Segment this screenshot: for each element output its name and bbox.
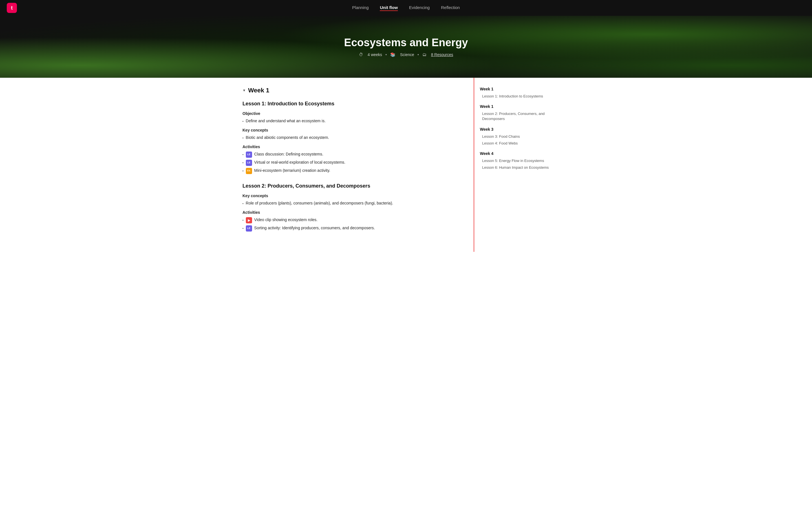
tab-unit-flow[interactable]: Unit flow xyxy=(380,5,398,11)
sidebar-lesson-4[interactable]: Lesson 4: Food Webs xyxy=(480,140,553,147)
lesson-2-key-concepts-label: Key concepts xyxy=(243,193,465,198)
lesson-2-activities-label: Activities xyxy=(243,210,465,215)
nav-tab-list: Planning Unit flow Evidencing Reflection xyxy=(352,5,460,11)
video-badge: ▶ xyxy=(246,217,252,223)
week-1-title: Week 1 xyxy=(248,87,269,94)
main-layout: ▼ Week 1 Lesson 1: Introduction to Ecosy… xyxy=(237,78,575,252)
lesson-2: Lesson 2: Producers, Consumers, and Deco… xyxy=(243,183,465,231)
lesson-2-key-concepts-list: Role of producers (plants), consumers (a… xyxy=(243,200,465,206)
sidebar-lesson-1[interactable]: Lesson 1: Introduction to Ecosystems xyxy=(480,93,553,100)
sidebar-week-4: Week 4 xyxy=(480,151,553,156)
main-nav: t Planning Unit flow Evidencing Reflecti… xyxy=(0,0,812,16)
resources-link[interactable]: 8 Resources xyxy=(431,52,453,57)
list-item: LE Class discussion: Defining ecosystems… xyxy=(243,151,465,158)
sidebar-lesson-5[interactable]: Lesson 5: Energy Flow in Ecosystems xyxy=(480,158,553,164)
lesson-1-activities-label: Activities xyxy=(243,145,465,149)
sidebar-lesson-6[interactable]: Lesson 6: Human Impact on Ecosystems xyxy=(480,164,553,171)
sidebar-lesson-2[interactable]: Lesson 2: Producers, Consumers, and Deco… xyxy=(480,110,553,122)
list-item: LE Virtual or real-world exploration of … xyxy=(243,159,465,166)
le-badge: LE xyxy=(246,160,252,166)
lesson-1-objective-label: Objective xyxy=(243,111,465,116)
lesson-1: Lesson 1: Introduction to Ecosystems Obj… xyxy=(243,101,465,174)
lesson-1-activities-list: LE Class discussion: Defining ecosystems… xyxy=(243,151,465,174)
lesson-1-title: Lesson 1: Introduction to Ecosystems xyxy=(243,101,465,107)
week-1-header: ▼ Week 1 xyxy=(243,87,465,94)
hero-meta: ⏱ 4 weeks • 📚 Science • 🗂 8 Resources xyxy=(344,52,468,57)
tab-evidencing[interactable]: Evidencing xyxy=(409,5,430,11)
sidebar-week-1a: Week 1 xyxy=(480,87,553,91)
hero-banner: Ecosystems and Energy ⏱ 4 weeks • 📚 Scie… xyxy=(0,16,812,78)
list-item: ▶ Video clip showing ecosystem roles. xyxy=(243,217,465,223)
duration-icon: ⏱ xyxy=(359,52,363,57)
sidebar-week-1b: Week 1 xyxy=(480,104,553,109)
list-item: Define and understand what an ecosystem … xyxy=(243,118,465,124)
lesson-2-title: Lesson 2: Producers, Consumers, and Deco… xyxy=(243,183,465,189)
list-item: Role of producers (plants), consumers (a… xyxy=(243,200,465,206)
lesson-2-activities-list: ▶ Video clip showing ecosystem roles. LE… xyxy=(243,217,465,231)
subject-icon: 📚 xyxy=(390,52,396,57)
list-item: Biotic and abiotic components of an ecos… xyxy=(243,135,465,140)
fa-badge: FA xyxy=(246,168,252,174)
week-toggle-icon[interactable]: ▼ xyxy=(243,89,246,93)
duration-value: 4 weeks xyxy=(368,52,382,57)
tab-reflection[interactable]: Reflection xyxy=(441,5,460,11)
le-badge: LE xyxy=(246,152,252,158)
tab-planning[interactable]: Planning xyxy=(352,5,368,11)
app-logo[interactable]: t xyxy=(7,3,17,13)
lesson-1-objective-list: Define and understand what an ecosystem … xyxy=(243,118,465,124)
resources-icon: 🗂 xyxy=(422,52,426,57)
sidebar-lesson-3[interactable]: Lesson 3: Food Chains xyxy=(480,133,553,140)
sidebar: Week 1 Lesson 1: Introduction to Ecosyst… xyxy=(474,78,553,252)
subject-value: Science xyxy=(400,52,414,57)
lesson-1-key-concepts-list: Biotic and abiotic components of an ecos… xyxy=(243,135,465,140)
list-item: LE Sorting activity: Identifying produce… xyxy=(243,225,465,231)
sidebar-week-3: Week 3 xyxy=(480,127,553,131)
content-area: ▼ Week 1 Lesson 1: Introduction to Ecosy… xyxy=(243,78,474,252)
page-title: Ecosystems and Energy xyxy=(344,37,468,49)
lesson-1-key-concepts-label: Key concepts xyxy=(243,128,465,132)
list-item: FA Mini-ecosystem (terrarium) creation a… xyxy=(243,168,465,174)
le-badge: LE xyxy=(246,225,252,231)
